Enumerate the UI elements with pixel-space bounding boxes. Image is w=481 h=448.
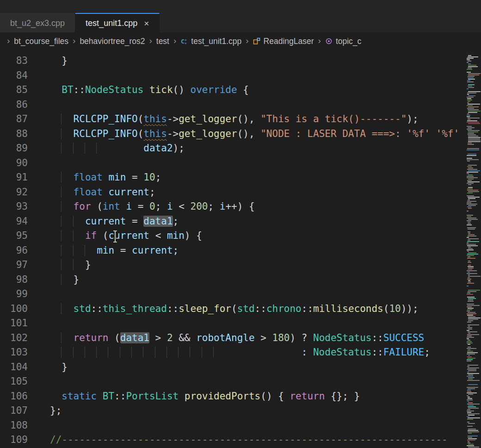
minimap-mark [467,204,477,205]
minimap-mark [468,56,478,57]
breadcrumb-item[interactable]: bt_course_files [14,37,68,46]
minimap-mark [468,441,469,442]
minimap-mark [468,272,470,273]
svg-text:C: C [181,38,185,45]
editor-lines: 83 }8485 BT::NodeStatus tick() override … [0,54,466,448]
minimap-mark [468,119,470,120]
breadcrumb-item[interactable]: C++test_unit1.cpp [180,37,241,46]
minimap-mark [468,281,471,282]
minimap-mark [468,130,480,131]
line-number: 105 [0,374,28,389]
minimap-mark [467,129,472,130]
code-line[interactable]: 104 } [0,360,466,375]
code-line[interactable]: 105 [0,374,466,389]
line-number: 92 [0,185,28,200]
code-line[interactable]: 97 } [0,258,466,273]
minimap-mark [468,280,470,281]
minimap-mark [468,104,480,105]
chevron-right-icon: › [73,36,75,46]
minimap-mark [467,176,474,177]
minimap-mark [467,105,473,106]
code-line[interactable]: 84 [0,68,466,83]
code-line[interactable]: 101 [0,316,466,331]
code-line[interactable]: 83 } [0,54,466,68]
tab-test_unit1-cpp[interactable]: test_unit1.cpp × [75,13,160,32]
minimap-mark [468,355,470,356]
close-icon[interactable]: × [144,19,149,28]
minimap-mark [467,254,478,255]
code-line[interactable]: 89 data2); [0,141,466,156]
minimap-mark [467,120,477,121]
breadcrumb-item[interactable]: behaviortree_ros2 [80,37,145,46]
minimap-mark [468,312,475,313]
line-number: 109 [0,433,28,448]
code-text: for (int i = 0; i < 200; i++) { [50,199,255,214]
code-text: data2); [50,141,185,156]
minimap-mark [467,72,471,73]
code-line[interactable]: 109//-----------------------------------… [0,433,466,448]
minimap-mark [467,404,480,404]
code-line[interactable]: 100 std::this_thread::sleep_for(std::chr… [0,302,466,317]
minimap-mark [467,58,474,59]
minimap-mark [467,108,474,109]
code-line[interactable]: 106 static BT::PortsList providedPorts()… [0,389,466,404]
tab-strip-filler [160,13,481,32]
minimap-mark [468,75,479,75]
code-text: } [50,273,79,287]
minimap-mark [468,198,475,199]
minimap-mark [467,258,475,259]
minimap-mark [467,216,471,217]
minimap-mark [467,356,472,357]
minimap-mark [467,313,476,314]
minimap-mark [468,397,470,398]
code-line[interactable]: 85 BT::NodeStatus tick() override { [0,83,466,98]
code-line[interactable]: 86 [0,98,466,112]
line-number: 99 [0,287,28,302]
code-line[interactable]: 93 for (int i = 0; i < 200; i++) { [0,199,466,214]
minimap-mark [468,187,473,188]
code-line[interactable]: 87 RCLCPP_INFO(this->get_logger(), "This… [0,112,466,127]
minimap-mark [467,155,476,156]
minimap-mark [467,361,471,361]
line-number: 107 [0,404,28,418]
minimap-mark [467,81,474,82]
minimap-mark [468,95,475,96]
minimap-mark [468,398,472,399]
minimap-mark [468,223,471,224]
breadcrumb-item[interactable]: ReadingLaser [253,37,314,46]
code-line[interactable]: 103 : NodeStatus::FAILURE; [0,345,466,360]
code-line[interactable]: 88 RCLCPP_INFO(this->get_logger(), "NODE… [0,127,466,142]
code-line[interactable]: 107}; [0,404,466,418]
minimap-mark [467,409,470,410]
code-line[interactable]: 95 if (current < min) { [0,229,466,243]
code-line[interactable]: 92 float current; [0,185,466,200]
code-line[interactable]: 90 [0,156,466,171]
minimap-mark [467,426,473,427]
code-line[interactable]: 99 [0,287,466,302]
line-number: 106 [0,389,28,404]
breadcrumb-item[interactable]: topic_c [325,37,361,46]
line-number: 108 [0,418,28,433]
code-line[interactable]: 94 current = data1; [0,214,466,229]
tab-bt_u2_ex3-cpp[interactable]: bt_u2_ex3.cpp [0,13,75,32]
code-line[interactable]: 108 [0,418,466,433]
minimap-mark [468,320,473,321]
minimap-mark [468,205,476,206]
minimap-mark [468,308,474,309]
minimap-mark [467,395,469,396]
breadcrumb-item[interactable]: test [156,37,169,46]
minimap-mark [468,68,472,68]
code-line[interactable]: 96 min = current; [0,243,466,258]
code-text: float current; [50,185,155,200]
code-line[interactable]: 98 } [0,273,466,287]
minimap-mark [467,206,471,207]
code-line[interactable]: 91 float min = 10; [0,170,466,185]
minimap[interactable] [466,50,481,448]
minimap-mark [468,174,473,175]
code-line[interactable]: 102 return (data1 > 2 && robotAngle > 18… [0,331,466,346]
minimap-mark [467,220,471,221]
minimap-mark [467,193,473,193]
minimap-mark [468,222,470,223]
minimap-mark [468,276,481,277]
titlebar [0,0,481,13]
